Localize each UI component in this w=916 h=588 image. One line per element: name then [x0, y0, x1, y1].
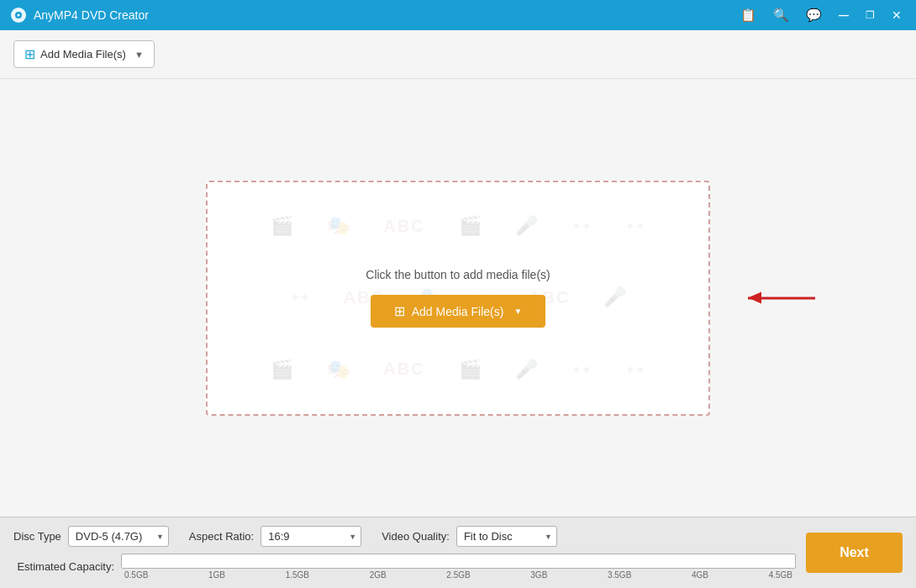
video-quality-group: Video Quality: Fit to Disc High Medium L… [382, 526, 557, 547]
video-quality-select[interactable]: Fit to Disc High Medium Low [456, 526, 557, 547]
svg-point-2 [18, 14, 20, 17]
aspect-ratio-select-wrapper: 16:9 4:3 [261, 526, 361, 547]
settings-icon[interactable]: 💬 [802, 6, 826, 24]
help-icon[interactable]: 🔍 [769, 6, 793, 24]
tick-4: 2.5GB [446, 570, 470, 580]
tick-7: 4GB [692, 570, 708, 580]
bottom-section: Disc Type DVD-5 (4.7G) DVD-9 (8.5G) BD-2… [13, 526, 903, 580]
app-logo [10, 7, 27, 24]
capacity-bar-area: 0.5GB 1GB 1.5GB 2GB 2.5GB 3GB 3.5GB 4GB … [121, 554, 796, 580]
tick-8: 4.5GB [769, 570, 792, 580]
add-media-center-icon: ⊞ [394, 303, 405, 319]
drop-zone-container: 🎬 🎭 ABC 🎬 🎤 ✦✦ ✦✦ ✦✦ ABC 🎭 ✦✦ ABC 🎤 [0, 79, 916, 517]
drop-zone-content: Click the button to add media file(s) ⊞ … [366, 268, 550, 328]
add-media-icon: ⊞ [24, 46, 35, 62]
bottom-fields: Disc Type DVD-5 (4.7G) DVD-9 (8.5G) BD-2… [13, 526, 796, 580]
dropdown-arrow-icon: ▼ [134, 50, 144, 60]
add-media-center-button[interactable]: ⊞ Add Media File(s) [371, 295, 546, 328]
disc-type-label: Disc Type [13, 530, 61, 543]
drop-zone: 🎬 🎭 ABC 🎬 🎤 ✦✦ ✦✦ ✦✦ ABC 🎭 ✦✦ ABC 🎤 [206, 181, 710, 416]
video-quality-select-wrapper: Fit to Disc High Medium Low [456, 526, 557, 547]
estimated-capacity-label: Estimated Capacity: [13, 560, 114, 573]
tick-0: 0.5GB [124, 570, 148, 580]
arrow-line [748, 297, 815, 299]
restore-button[interactable]: ❐ [861, 8, 879, 23]
tick-5: 3GB [530, 570, 547, 580]
next-button[interactable]: Next [806, 533, 903, 573]
main-area: ⊞ Add Media File(s) ▼ 🎬 🎭 ABC 🎬 🎤 ✦✦ ✦✦ … [0, 30, 916, 517]
document-icon[interactable]: 📋 [736, 6, 761, 24]
disc-type-group: Disc Type DVD-5 (4.7G) DVD-9 (8.5G) BD-2… [13, 526, 169, 547]
drop-zone-hint: Click the button to add media file(s) [366, 268, 550, 281]
disc-type-select[interactable]: DVD-5 (4.7G) DVD-9 (8.5G) BD-25 (25G) BD… [68, 526, 169, 547]
app-title: AnyMP4 DVD Creator [34, 8, 736, 22]
minimize-button[interactable]: — [834, 8, 853, 23]
title-bar: AnyMP4 DVD Creator 📋 🔍 💬 — ❐ ✕ [0, 0, 916, 30]
tick-3: 2GB [370, 570, 387, 580]
tick-1: 1GB [208, 570, 225, 580]
add-media-center-label: Add Media File(s) [412, 305, 504, 318]
capacity-bar [121, 554, 796, 569]
close-button[interactable]: ✕ [887, 7, 906, 24]
capacity-ticks: 0.5GB 1GB 1.5GB 2GB 2.5GB 3GB 3.5GB 4GB … [121, 570, 796, 580]
aspect-ratio-group: Aspect Ratio: 16:9 4:3 [189, 526, 361, 547]
bottom-bar: Disc Type DVD-5 (4.7G) DVD-9 (8.5G) BD-2… [0, 517, 916, 588]
window-controls: 📋 🔍 💬 — ❐ ✕ [736, 6, 906, 24]
add-media-button[interactable]: ⊞ Add Media File(s) ▼ [13, 40, 155, 68]
capacity-row: Estimated Capacity: 0.5GB 1GB 1.5GB 2GB … [13, 554, 796, 580]
disc-type-select-wrapper: DVD-5 (4.7G) DVD-9 (8.5G) BD-25 (25G) BD… [68, 526, 169, 547]
aspect-ratio-select[interactable]: 16:9 4:3 [261, 526, 361, 547]
video-quality-label: Video Quality: [382, 530, 450, 543]
tick-2: 1.5GB [286, 570, 309, 580]
tick-6: 3.5GB [608, 570, 631, 580]
add-media-label: Add Media File(s) [40, 48, 126, 60]
toolbar: ⊞ Add Media File(s) ▼ [0, 30, 916, 79]
aspect-ratio-label: Aspect Ratio: [189, 530, 254, 543]
bottom-controls-row: Disc Type DVD-5 (4.7G) DVD-9 (8.5G) BD-2… [13, 526, 796, 547]
arrow-annotation [748, 297, 815, 299]
